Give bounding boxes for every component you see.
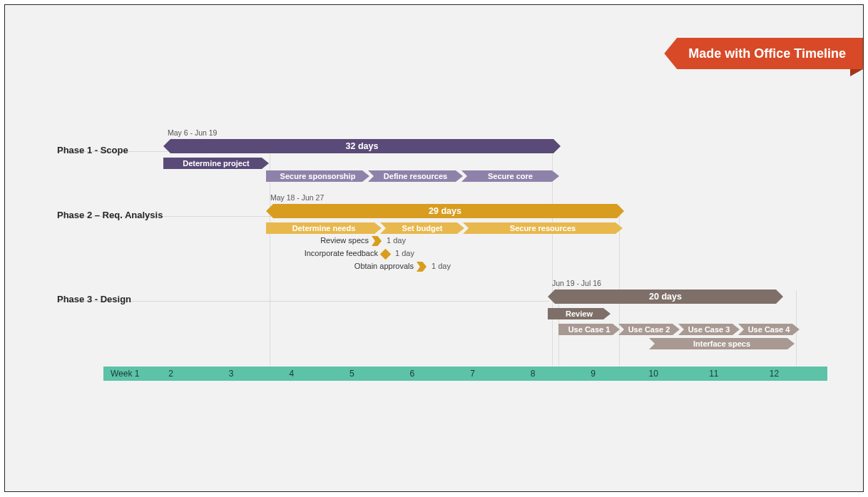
week-cell-7: 7	[459, 367, 487, 381]
phase3-label: Phase 3 - Design	[57, 294, 168, 304]
phase1-task-core: Secure core resources	[461, 170, 559, 182]
week-cell-11: 11	[700, 367, 728, 381]
phase3-summary-text: 20 days	[649, 292, 682, 302]
phase1-task-resources: Define resources	[368, 170, 463, 182]
phase3-task-uc4: Use Case 4	[738, 324, 800, 335]
week-axis: Week 1 23456789101112	[103, 367, 827, 381]
week-cell-4: 4	[277, 367, 306, 381]
phase2-summary-bar: 29 days	[266, 204, 624, 218]
phase2-ms-feedback-label: Incorporate feedback	[255, 249, 378, 257]
week-cell-6: 6	[398, 367, 427, 381]
week-cell-2: 2	[157, 367, 185, 381]
week-cell-12: 12	[760, 367, 788, 381]
phase2-ms-approval-dur: 1 day	[432, 262, 451, 270]
timeline-canvas: Made with Office Timeline Phase 1 - Scop…	[4, 4, 864, 492]
phase1-summary-bar: 32 days	[163, 139, 561, 153]
phase3-task-uc1: Use Case 1	[558, 324, 620, 335]
week-cell-9: 9	[579, 367, 608, 381]
ribbon-badge: Made with Office Timeline	[664, 38, 863, 69]
phase3-task-iface: Interface specs	[649, 338, 795, 349]
phase2-ms-approval-label: Obtain approvals	[290, 262, 414, 270]
phase2-summary-text: 29 days	[429, 206, 461, 216]
phase2-ms-review-dur: 1 day	[387, 236, 406, 245]
phase2-ms-review-icon	[372, 236, 382, 246]
week-cell-3: 3	[217, 367, 245, 381]
phase2-label: Phase 2 – Req. Analysis	[57, 210, 168, 220]
week-cell-10: 10	[639, 367, 668, 381]
phase1-task-scope: Determine project scope	[163, 158, 269, 169]
phase3-summary-bar: 20 days	[548, 290, 783, 304]
phase2-daterange: May 18 - Jun 27	[270, 193, 324, 202]
phase1-label: Phase 1 - Scope	[57, 145, 168, 155]
phase3-task-uc3: Use Case 3	[678, 324, 740, 335]
week-cell-5: 5	[337, 367, 366, 381]
ribbon-label: Made with Office Timeline	[688, 46, 846, 61]
phase3-task-review: Review specs	[548, 308, 611, 319]
week-cell-8: 8	[519, 367, 547, 381]
phase1-task-sponsor: Secure sponsorship	[266, 170, 369, 182]
phase3-daterange: Jun 19 - Jul 16	[552, 279, 601, 287]
phase2-task-needs: Determine needs	[266, 222, 382, 234]
ribbon-tail	[850, 69, 863, 76]
phase2-ms-review-label: Review specs	[255, 236, 369, 245]
phase1-summary-text: 32 days	[346, 141, 379, 151]
phase3-task-uc2: Use Case 2	[618, 324, 680, 335]
phase2-task-budget: Set budget	[380, 222, 464, 234]
phase2-ms-feedback-dur: 1 day	[395, 249, 414, 257]
phase2-ms-approval-icon	[417, 262, 427, 272]
phase2-task-secure: Secure resources	[463, 222, 623, 234]
phase1-daterange: May 6 - Jun 19	[168, 128, 217, 137]
phase2-ms-feedback-icon	[380, 249, 392, 260]
